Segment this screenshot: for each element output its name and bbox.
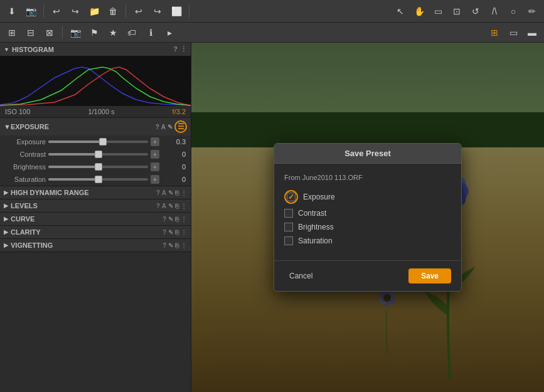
delete-icon[interactable]: 🗑 [105, 3, 121, 19]
levels-paste[interactable]: ⎘ [175, 203, 179, 209]
curve-triangle: ▶ [4, 216, 8, 222]
hdr-copy[interactable]: ✎ [168, 189, 173, 196]
oval-tool-icon[interactable]: ○ [505, 3, 521, 19]
histogram-help-icon[interactable]: ? [173, 45, 178, 53]
brightness-slider-row: Brightness + 0 [0, 161, 191, 173]
hdr-a[interactable]: A [162, 189, 166, 196]
exposure-value: 0.3 [162, 138, 186, 146]
view-grid-icon[interactable]: ⊞ [486, 24, 503, 41]
exposure-help-icon[interactable]: ? [156, 124, 159, 130]
hdr-paste[interactable]: ⎘ [175, 189, 179, 196]
crop-tool-icon[interactable]: ⊡ [449, 3, 465, 19]
contrast-track[interactable] [48, 153, 148, 156]
download-icon[interactable]: ⬇ [4, 3, 20, 19]
vignetting-menu[interactable]: ⋮ [181, 242, 187, 249]
curve-section[interactable]: ▶ CURVE ? ✎ ⎘ ⋮ [0, 213, 191, 226]
redo-icon[interactable]: ↪ [67, 3, 83, 19]
camera-icon[interactable]: 📷 [23, 3, 39, 19]
brightness-thumb[interactable] [95, 163, 102, 171]
more-icon[interactable]: ▸ [161, 24, 178, 41]
histogram-header[interactable]: ▼ HISTOGRAM ? ⋮ [0, 43, 191, 56]
contrast-checkbox[interactable] [284, 209, 293, 218]
top-toolbar: ⬇ 📷 ↩ ↪ 📁 🗑 ↩ ↪ ⬜ ↖ ✋ ▭ ⊡ ↺ /\ ○ ✏ [0, 0, 544, 23]
vignetting-paste[interactable]: ⎘ [175, 242, 179, 249]
cursor-tool-icon[interactable]: ↖ [392, 3, 408, 19]
exposure-checkbox-circle[interactable]: ✓ [284, 190, 298, 204]
saturation-checkbox[interactable] [284, 236, 293, 245]
line-tool-icon[interactable]: /\ [486, 3, 503, 19]
curve-copy[interactable]: ✎ [168, 216, 173, 223]
exposure-track[interactable] [48, 140, 148, 143]
clarity-copy[interactable]: ✎ [168, 229, 173, 236]
undo-icon[interactable]: ↩ [48, 3, 65, 19]
clarity-icons: ? ✎ ⎘ ⋮ [163, 229, 187, 236]
main-content: ▼ HISTOGRAM ? ⋮ ISO 100 [0, 43, 544, 392]
contrast-thumb[interactable] [95, 151, 102, 158]
exposure-auto-icon[interactable]: A [161, 124, 166, 130]
star-icon[interactable]: ★ [105, 24, 121, 41]
rotate-tool-icon[interactable]: ↺ [467, 3, 484, 19]
clarity-section[interactable]: ▶ CLARITY ? ✎ ⎘ ⋮ [0, 226, 191, 239]
folder-icon[interactable]: 📁 [86, 3, 102, 19]
brightness-fill [48, 166, 99, 168]
histogram-triangle: ▼ [4, 46, 9, 53]
levels-menu[interactable]: ⋮ [181, 203, 187, 209]
hand-tool-icon[interactable]: ✋ [411, 3, 427, 19]
compare-view-icon[interactable]: ⊠ [41, 24, 58, 41]
exposure-preset-icon[interactable]: ☰ [174, 120, 187, 133]
info-icon[interactable]: ℹ [142, 24, 159, 41]
brightness-track[interactable] [48, 166, 148, 168]
clarity-help[interactable]: ? [163, 229, 166, 236]
saturation-plus-icon[interactable]: + [151, 175, 159, 184]
levels-help[interactable]: ? [156, 203, 160, 209]
clarity-paste[interactable]: ⎘ [175, 229, 179, 236]
contrast-fill [48, 153, 99, 156]
view-single-icon[interactable]: ▭ [505, 24, 521, 41]
hdr-section[interactable]: ▶ HIGH DYNAMIC RANGE ? A ✎ ⎘ ⋮ [0, 186, 191, 199]
levels-copy[interactable]: ✎ [168, 203, 173, 209]
contrast-label: Contrast [5, 151, 46, 158]
brightness-checkbox[interactable] [284, 223, 293, 231]
brightness-plus-icon[interactable]: + [151, 162, 159, 171]
clarity-menu[interactable]: ⋮ [181, 229, 187, 236]
exposure-thumb[interactable] [99, 138, 107, 146]
view-filmstrip-icon[interactable]: ▬ [524, 24, 540, 41]
grid-view-icon[interactable]: ⊞ [4, 24, 20, 41]
contrast-plus-icon[interactable]: + [151, 150, 159, 159]
curve-menu[interactable]: ⋮ [181, 216, 187, 223]
save-button[interactable]: Save [408, 268, 451, 283]
tag-icon[interactable]: 🏷 [124, 24, 140, 41]
levels-icons: ? A ✎ ⎘ ⋮ [156, 203, 187, 209]
saturation-track[interactable] [48, 178, 148, 181]
exposure-plus-icon[interactable]: + [151, 137, 159, 146]
saturation-checkbox-row: Saturation [284, 236, 451, 245]
cancel-button[interactable]: Cancel [284, 269, 317, 283]
vignetting-section[interactable]: ▶ VIGNETTING ? ✎ ⎘ ⋮ [0, 239, 191, 252]
saturation-slider-row: Saturation + 0 [0, 173, 191, 186]
flag-icon[interactable]: ⚑ [86, 24, 102, 41]
hdr-label: HIGH DYNAMIC RANGE [11, 189, 89, 196]
single-view-icon[interactable]: ⊟ [23, 24, 39, 41]
histogram-menu-icon[interactable]: ⋮ [180, 45, 187, 53]
exposure-eyedropper-icon[interactable]: ✎ [168, 124, 173, 130]
exposure-header[interactable]: ▼ EXPOSURE ? A ✎ ☰ [0, 118, 191, 135]
hdr-icons: ? A ✎ ⎘ ⋮ [156, 189, 187, 196]
saturation-thumb[interactable] [95, 176, 102, 183]
exposure-label: Exposure [5, 138, 46, 146]
levels-a[interactable]: A [162, 203, 166, 209]
rect-tool-icon[interactable]: ▭ [430, 3, 446, 19]
pen-tool-icon[interactable]: ✏ [524, 3, 540, 19]
levels-triangle: ▶ [4, 203, 8, 209]
curve-paste[interactable]: ⎘ [175, 216, 179, 223]
forward-icon[interactable]: ⬜ [168, 3, 184, 19]
redo2-icon[interactable]: ↪ [149, 3, 166, 19]
vignetting-copy[interactable]: ✎ [168, 242, 173, 249]
hdr-help[interactable]: ? [156, 189, 160, 196]
undo2-icon[interactable]: ↩ [131, 3, 147, 19]
develop-icon[interactable]: 📷 [67, 24, 83, 41]
curve-help[interactable]: ? [163, 216, 166, 223]
levels-section[interactable]: ▶ LEVELS ? A ✎ ⎘ ⋮ [0, 199, 191, 213]
hdr-menu[interactable]: ⋮ [181, 189, 187, 196]
exposure-checkbox[interactable]: ✓ [287, 193, 296, 201]
vignetting-help[interactable]: ? [163, 242, 166, 249]
